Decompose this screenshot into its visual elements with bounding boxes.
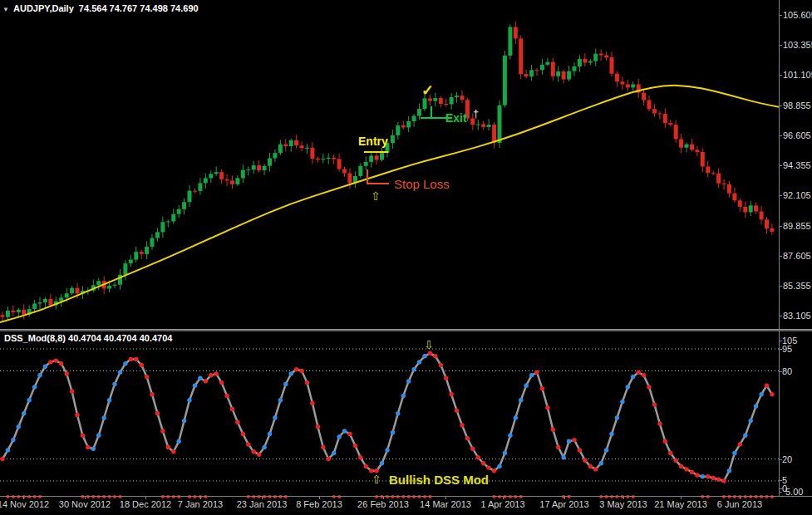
indicator-tick bbox=[779, 492, 782, 493]
indicator-tick bbox=[779, 480, 782, 481]
date-tick bbox=[200, 496, 201, 499]
dss-dot bbox=[123, 361, 127, 365]
dss-dot bbox=[401, 394, 406, 398]
date-tick-label: 21 May 2013 bbox=[654, 499, 707, 509]
dss-dot bbox=[422, 354, 426, 358]
price-tick bbox=[779, 105, 782, 106]
dss-dot bbox=[332, 451, 336, 455]
price-tick-label: 85.355 bbox=[783, 281, 811, 291]
dss-dot bbox=[160, 429, 165, 433]
indicator-tick bbox=[779, 459, 782, 460]
price-tick bbox=[779, 135, 782, 136]
dss-dot bbox=[166, 445, 170, 449]
entry-label[interactable]: Entry bbox=[358, 135, 388, 148]
dss-dot bbox=[81, 434, 85, 438]
dss-dot bbox=[6, 448, 10, 452]
crosshair-cursor-icon: † bbox=[473, 107, 479, 120]
dss-dot bbox=[182, 419, 186, 423]
indicator-tick bbox=[779, 341, 782, 341]
dss-dot bbox=[155, 411, 160, 415]
dss-dot bbox=[631, 375, 635, 379]
buy-arrow-icon: ⇧ bbox=[371, 190, 381, 202]
main-chart-canvas[interactable] bbox=[0, 0, 779, 329]
indicator-tick bbox=[779, 349, 782, 350]
dss-dot bbox=[444, 376, 448, 380]
indicator-title: DSS_Mod(8,8) 40.4704 40.4704 40.4704 bbox=[4, 333, 172, 343]
stop-loss-label[interactable]: Stop Loss bbox=[394, 177, 450, 191]
dss-dot bbox=[663, 439, 667, 444]
indicator-tick bbox=[779, 371, 782, 372]
dss-dot bbox=[578, 448, 582, 452]
dss-dot bbox=[235, 420, 239, 424]
date-tick-label: 6 Jun 2013 bbox=[717, 499, 762, 509]
panel-separator-shadow bbox=[0, 330, 812, 331]
dss-dot bbox=[411, 367, 416, 371]
date-tick bbox=[145, 496, 146, 499]
dss-dot bbox=[455, 409, 459, 413]
dss-dot bbox=[299, 369, 303, 373]
dss-dot bbox=[417, 360, 421, 364]
date-tick bbox=[740, 496, 741, 499]
indicator-canvas[interactable] bbox=[0, 332, 779, 515]
dss-dot bbox=[593, 467, 598, 471]
dss-dot bbox=[171, 449, 175, 454]
dss-signal-arrow-icon: ⇧ bbox=[372, 473, 381, 485]
dss-dot bbox=[588, 464, 593, 468]
price-tick bbox=[779, 226, 782, 227]
price-tick bbox=[779, 256, 782, 257]
dss-dot bbox=[252, 449, 256, 454]
dss-dot bbox=[732, 451, 736, 455]
dss-dot bbox=[626, 385, 630, 389]
date-tick-label: 23 Jan 2013 bbox=[237, 499, 288, 509]
dss-dot bbox=[503, 451, 507, 455]
dss-dot bbox=[129, 357, 133, 361]
entry-price-line[interactable] bbox=[364, 151, 388, 153]
dss-dot bbox=[294, 367, 298, 371]
dss-dot bbox=[241, 432, 245, 436]
dss-dot bbox=[273, 415, 277, 419]
dss-dot bbox=[652, 402, 657, 406]
symbol-dropdown-icon[interactable]: ▼ bbox=[2, 6, 9, 13]
indicator-tick-label: 80 bbox=[782, 366, 792, 376]
dss-dot bbox=[268, 432, 272, 436]
stop-loss-price-line[interactable] bbox=[367, 183, 389, 184]
dss-dot bbox=[214, 371, 219, 375]
dss-peak-arrow-icon: ⇩ bbox=[424, 339, 434, 351]
price-tick-label: 101.105 bbox=[783, 70, 812, 80]
price-tick bbox=[779, 45, 782, 46]
dss-dot bbox=[492, 468, 496, 473]
date-tick bbox=[681, 496, 682, 499]
date-tick-label: 30 Nov 2012 bbox=[59, 499, 111, 509]
dss-dot bbox=[134, 357, 138, 361]
dss-dot bbox=[433, 354, 437, 358]
dss-dot bbox=[198, 376, 202, 380]
moving-average-line[interactable] bbox=[0, 86, 779, 322]
date-tick-label: 3 May 2013 bbox=[599, 499, 647, 509]
dss-dot bbox=[690, 470, 694, 474]
check-mark-icon: ✓ bbox=[421, 81, 434, 100]
dss-dot bbox=[721, 478, 726, 483]
dss-dot bbox=[96, 434, 101, 438]
dss-dot bbox=[567, 439, 571, 444]
date-tick-label: 7 Jan 2013 bbox=[178, 499, 223, 509]
dss-dot bbox=[43, 365, 47, 369]
date-tick bbox=[383, 496, 384, 499]
dss-dot bbox=[599, 461, 603, 465]
dss-dot bbox=[711, 476, 716, 480]
dss-dot bbox=[107, 398, 111, 402]
dss-dot bbox=[289, 371, 293, 375]
date-tick-label: 1 Apr 2013 bbox=[480, 499, 524, 509]
date-tick bbox=[503, 496, 504, 499]
price-tick-label: 103.355 bbox=[783, 40, 812, 50]
dss-dot bbox=[514, 415, 518, 419]
exit-label[interactable]: Exit bbox=[445, 111, 467, 125]
chart-title: AUDJPY,Daily 74.564 74.767 74.498 74.690 bbox=[13, 3, 199, 13]
indicator-tick bbox=[779, 488, 782, 489]
dss-dot bbox=[102, 415, 106, 419]
dss-dot bbox=[17, 424, 21, 429]
dss-dot bbox=[561, 455, 565, 459]
dss-dot bbox=[534, 370, 539, 375]
dss-dot bbox=[316, 424, 320, 429]
dss-dot bbox=[765, 384, 769, 388]
dss-dot bbox=[11, 438, 15, 442]
